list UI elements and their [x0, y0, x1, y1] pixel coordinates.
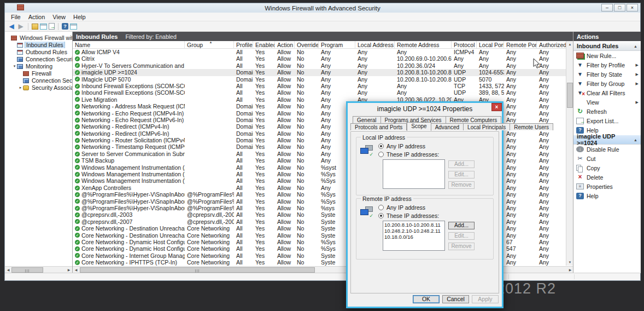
- column-header-remote-port[interactable]: Remote Port: [504, 41, 537, 49]
- sidebar-item-connection-security-rul[interactable]: Connection Security Rul: [5, 77, 72, 84]
- radio-unselected-icon[interactable]: [378, 152, 384, 157]
- table-row[interactable]: ✓imagicle UDP >=1024DomainYesAllowNoAnyA…: [73, 69, 566, 76]
- collapse-icon[interactable]: ▲: [634, 44, 637, 48]
- action-item-copy[interactable]: Copy: [573, 163, 641, 172]
- ip-address-listbox[interactable]: 10.200.8.10-10.200.8.1110.248.2.10-10.24…: [383, 221, 445, 251]
- dialog-titlebar[interactable]: imagicle UDP >=1024 Properties: [348, 103, 502, 114]
- close-button[interactable]: ×: [627, 4, 638, 11]
- column-header-override[interactable]: Override: [295, 41, 319, 49]
- ok-button[interactable]: OK: [413, 295, 440, 303]
- sidebar-item-firewall[interactable]: Firewall: [5, 70, 72, 77]
- action-item-delete[interactable]: ×Delete: [573, 172, 641, 182]
- action-item-label: New Rule...: [587, 53, 616, 59]
- table-row[interactable]: ✓IMagicle UDP 5070Domai...YesAllowNoAnyA…: [73, 76, 566, 83]
- column-header-profile[interactable]: Profile: [234, 41, 253, 49]
- column-header-enabled[interactable]: Enabled: [253, 41, 275, 49]
- table-cell-action: Allow: [275, 76, 295, 83]
- table-cell-name: ✓@%ProgramFiles%\Hyper-V\SnapInAbout.dll…: [73, 205, 185, 211]
- window-titlebar[interactable]: Windows Firewall with Advanced Security …: [5, 3, 640, 13]
- action-item-refresh[interactable]: ↻Refresh: [573, 107, 641, 116]
- tree-expander-icon[interactable]: ▾: [12, 64, 17, 68]
- action-item-new-rule[interactable]: New Rule...: [573, 51, 641, 60]
- sidebar-item-monitoring[interactable]: ▾Monitoring: [5, 63, 72, 70]
- column-header-group[interactable]: Group▲: [185, 41, 234, 49]
- action-item-label: Copy: [587, 165, 600, 171]
- dialog-close-button[interactable]: ×: [491, 103, 502, 111]
- radio-option-these-ip-addresses[interactable]: These IP addresses:: [378, 212, 439, 219]
- collapse-icon[interactable]: ▲: [634, 138, 637, 142]
- column-header-authorized-user[interactable]: Authorized User: [537, 41, 566, 49]
- console-window-icon[interactable]: [70, 24, 77, 30]
- help-icon[interactable]: ?: [62, 23, 68, 30]
- menu-item-file[interactable]: File: [7, 13, 25, 21]
- cancel-button[interactable]: Cancel: [442, 295, 469, 303]
- sidebar-item-inbound-rules[interactable]: Inbound Rules: [5, 42, 72, 48]
- minimize-button[interactable]: –: [601, 4, 613, 11]
- scroll-up-icon[interactable]: ▲: [566, 41, 573, 48]
- action-item-properties[interactable]: ≡Properties: [573, 182, 641, 191]
- console-root-icon[interactable]: [32, 24, 38, 30]
- radio-option-any-ip-address[interactable]: Any IP address: [378, 204, 425, 211]
- forward-icon[interactable]: ▶: [17, 23, 25, 30]
- table-cell-enabled: Yes: [253, 96, 275, 103]
- menu-item-view[interactable]: View: [49, 13, 69, 21]
- tab-remote-users[interactable]: Remote Users: [510, 123, 553, 130]
- table-row[interactable]: ✓Inbound Firewall Exceptions (SCOM-SCCM-…: [73, 83, 566, 89]
- sidebar-item-security-associations[interactable]: ▸Security Associations: [5, 84, 72, 91]
- tab-advanced[interactable]: Advanced: [431, 123, 464, 130]
- column-header-program[interactable]: Program: [319, 41, 355, 49]
- action-item-view[interactable]: View▶: [573, 97, 641, 107]
- tab-protocols-and-ports[interactable]: Protocols and Ports: [350, 123, 407, 130]
- table-row[interactable]: ✓CitrixAllYesAllowNoAnyAny10.200.69.0-10…: [73, 55, 566, 62]
- sidebar-item-outbound-rules[interactable]: Outbound Rules: [5, 49, 72, 55]
- tab-scope[interactable]: Scope: [407, 122, 431, 131]
- menu-item-help[interactable]: Help: [69, 13, 90, 21]
- table-cell-remote-port: Any: [504, 157, 537, 164]
- ip-list-item[interactable]: 10.248.2.10-10.248.2.11: [384, 228, 443, 234]
- table-cell-name: ✓IMagicle UDP 5070: [73, 76, 185, 83]
- show-console-tree-icon[interactable]: [40, 24, 47, 30]
- ip-address-listbox[interactable]: [383, 159, 445, 189]
- column-header-name[interactable]: Name: [73, 41, 185, 49]
- tab-local-principals[interactable]: Local Principals: [464, 123, 510, 130]
- column-header-remote-address[interactable]: Remote Address: [395, 41, 452, 49]
- action-item-filter-by-profile[interactable]: ▼Filter by Profile▶: [573, 60, 641, 70]
- action-item-filter-by-group[interactable]: ▼Filter by Group▶: [573, 79, 641, 88]
- maximize-button[interactable]: □: [614, 4, 625, 11]
- export-list-icon[interactable]: [49, 23, 55, 30]
- ip-list-item[interactable]: 10.18.0.0/16: [384, 234, 443, 240]
- scroll-down-icon[interactable]: ▼: [566, 259, 573, 266]
- table-row[interactable]: ✓Allow ICMP V4AllYesAllowNoAnyAnyAnyICMP…: [73, 49, 566, 55]
- sidebar-item-connection-security-rules[interactable]: Connection Security Rules: [5, 56, 72, 62]
- list-vscrollbar[interactable]: ▲ ▼: [566, 41, 573, 266]
- table-cell-action: Allow: [275, 205, 295, 211]
- back-icon[interactable]: ◀: [8, 23, 15, 30]
- radio-selected-icon[interactable]: [378, 213, 384, 218]
- tab-remote-computers[interactable]: Remote Computers: [446, 116, 502, 123]
- add-button[interactable]: Add...: [448, 222, 475, 229]
- table-row[interactable]: ✓Hyper-V To Servers Communication and Mo…: [73, 62, 566, 69]
- actions-section-inbound-rules[interactable]: Inbound Rules▲: [573, 42, 641, 51]
- action-item-help[interactable]: ?Help: [573, 191, 641, 200]
- radio-unselected-icon[interactable]: [378, 205, 384, 210]
- action-item-filter-by-state[interactable]: ▼Filter by State▶: [573, 70, 641, 79]
- add-button: Add...: [448, 160, 475, 168]
- column-header-local-port[interactable]: Local Port: [477, 41, 504, 49]
- column-header-protocol[interactable]: Protocol: [452, 41, 477, 49]
- column-header-action[interactable]: Action: [275, 41, 295, 49]
- action-item-cut[interactable]: ✂Cut: [573, 154, 641, 163]
- action-item-export-list[interactable]: Export List...: [573, 116, 641, 125]
- column-header-local-address[interactable]: Local Address: [355, 41, 395, 49]
- tree-expander-icon[interactable]: ▸: [18, 85, 23, 90]
- table-cell-override: No: [295, 137, 319, 143]
- sidebar-item-windows-firewall-with-advanc[interactable]: Windows Firewall with Advanc: [5, 34, 72, 41]
- radio-selected-icon[interactable]: [378, 143, 384, 149]
- radio-option-these-ip-addresses[interactable]: These IP addresses:: [378, 151, 439, 158]
- menu-item-action[interactable]: Action: [25, 13, 49, 21]
- action-item-clear-all-filters[interactable]: ▼Clear All Filters: [573, 88, 641, 97]
- radio-option-any-ip-address[interactable]: Any IP address: [378, 143, 425, 149]
- tab-general[interactable]: General: [353, 116, 381, 123]
- ip-list-item[interactable]: 10.200.8.10-10.200.8.11: [384, 222, 443, 228]
- actions-section-imagicle-udp-1024[interactable]: imagicle UDP >=1024▲: [573, 135, 641, 145]
- table-row[interactable]: ✓Inbound Firewall Exceptions (SCOM-SCCM-…: [73, 89, 566, 96]
